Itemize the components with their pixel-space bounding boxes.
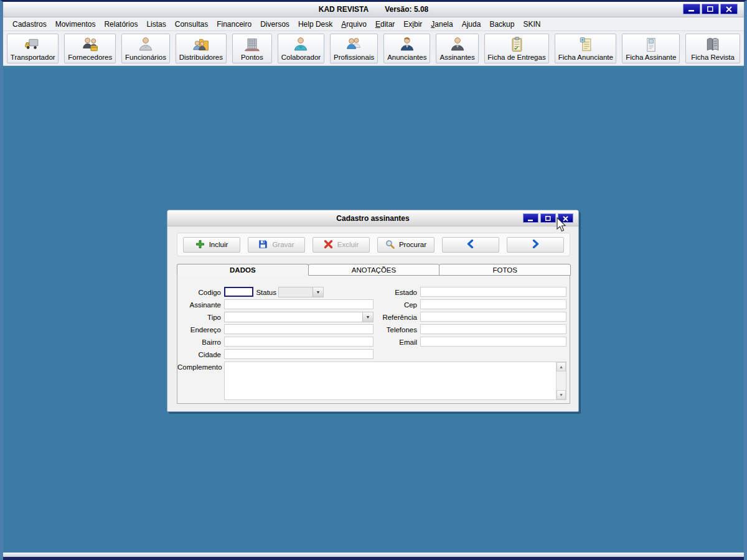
main-toolbar: Transportador Fornecedores [3,31,744,66]
minimize-button[interactable] [683,4,700,14]
estado-input[interactable] [420,287,566,297]
window-frame-bottom [3,553,744,557]
dados-tab-form: Codigo Status ▼ Estado Assinante Cep Tip… [177,275,570,404]
menu-ajuda[interactable]: Ajuda [458,19,486,30]
bairro-input[interactable] [224,337,374,347]
email-label: Email [374,338,417,347]
assinante-input[interactable] [224,299,374,309]
chevron-down-icon[interactable]: ▼ [312,287,323,297]
endereco-label: Endereço [177,326,221,335]
menu-editar[interactable]: Editar [371,19,399,30]
dialog-close-button[interactable] [558,213,573,223]
complemento-textarea[interactable] [225,362,556,399]
employee-person-icon [137,36,154,54]
minimize-icon [528,213,533,224]
next-record-button[interactable] [507,237,564,253]
tab-label: ANOTAÇÕES [352,266,396,274]
status-combobox[interactable]: ▼ [278,287,324,297]
telefones-label: Telefones [374,326,417,335]
toolbar-ficha-assinante-button[interactable]: Ficha Assinante [622,34,680,63]
menu-financeiro[interactable]: Financeiro [212,19,256,30]
gravar-button[interactable]: Gravar [248,237,305,253]
maximize-button[interactable] [702,4,719,14]
previous-record-button[interactable] [442,237,499,253]
toolbar-pontos-button[interactable]: Pontos [232,34,272,63]
bairro-label: Bairro [177,338,221,347]
chevron-down-icon[interactable]: ▼ [362,312,373,322]
cidade-label: Cidade [177,351,221,360]
toolbar-button-label: Fornecedores [68,54,112,62]
tab-fotos[interactable]: FOTOS [439,264,571,276]
status-combobox-value [279,287,312,297]
tab-dados[interactable]: DADOS [177,264,309,276]
distributors-folder-icon [192,36,210,54]
toolbar-profissionais-button[interactable]: Profissionais [330,34,378,63]
menu-relatorios[interactable]: Relatórios [100,19,142,30]
toolbar-transportador-button[interactable]: Transportador [7,34,59,63]
menu-backup[interactable]: Backup [485,19,519,30]
menu-janela[interactable]: Janela [426,19,457,30]
toolbar-button-label: Funcionários [125,54,166,62]
menu-help-desk[interactable]: Help Desk [294,19,337,30]
tipo-label: Tipo [177,314,221,322]
scroll-down-icon[interactable]: ▼ [557,390,566,399]
collaborator-person-icon [292,36,309,54]
toolbar-ficha-anunciante-button[interactable]: Ficha Anunciante [555,34,616,63]
cidade-input[interactable] [224,349,374,359]
menu-skin[interactable]: SKIN [519,19,545,30]
window-frame-edge [3,557,744,560]
toolbar-button-label: Colaborador [281,54,321,62]
complemento-field: ▲ ▼ [224,362,566,400]
toolbar-funcionarios-button[interactable]: Funcionários [121,34,170,63]
toolbar-button-label: Ficha Revista [691,54,735,62]
menu-consultas[interactable]: Consultas [171,19,212,30]
telefones-input[interactable] [420,324,566,334]
dialog-minimize-button[interactable] [523,213,538,223]
procurar-button[interactable]: Procurar [377,237,435,253]
professionals-people-icon [345,36,363,54]
menu-diversos[interactable]: Diversos [256,19,294,30]
menu-movimentos[interactable]: Movimentos [51,19,100,30]
plus-icon [195,240,205,250]
menu-arquivo[interactable]: Arquivo [337,19,371,30]
maximize-icon [545,213,551,224]
toolbar-anunciantes-button[interactable]: Anunciantes [383,34,430,63]
menu-bar: Cadastros Movimentos Relatórios Listas C… [3,17,744,31]
toolbar-colaborador-button[interactable]: Colaborador [278,34,324,63]
toolbar-assinantes-button[interactable]: Assinantes [436,34,478,63]
menu-listas[interactable]: Listas [142,19,170,30]
menu-exibir[interactable]: Exibir [399,19,426,30]
prev-icon [466,240,475,250]
excluir-button[interactable]: Excluir [312,237,370,253]
button-label: Incluir [209,241,228,248]
codigo-input[interactable] [224,287,253,297]
toolbar-fornecedores-button[interactable]: Fornecedores [64,34,116,63]
button-label: Procurar [399,241,426,248]
application-window: KAD REVISTA Versão: 5.08 Cadastros [0,0,747,560]
codigo-label: Codigo [177,289,221,297]
toolbar-button-label: Pontos [241,54,263,62]
clipboard-icon [508,36,525,54]
dialog-maximize-button[interactable] [540,213,556,223]
close-button[interactable] [720,4,738,14]
incluir-button[interactable]: Incluir [183,237,240,253]
toolbar-ficha-revista-button[interactable]: Ficha Revista [685,34,740,63]
tab-anotacoes[interactable]: ANOTAÇÕES [308,264,440,276]
mdi-client-area: Cadastro assinantes [3,66,744,553]
toolbar-button-label: Profissionais [334,54,374,62]
subscriber-person-icon [449,36,466,54]
email-input[interactable] [420,337,566,347]
referencia-input[interactable] [420,312,566,322]
toolbar-ficha-entregas-button[interactable]: Ficha de Entregas [484,34,549,63]
toolbar-distribuidores-button[interactable]: Distribuidores [176,34,227,63]
toolbar-button-label: Anunciantes [387,54,426,62]
complemento-scrollbar[interactable]: ▲ ▼ [556,362,566,399]
endereco-input[interactable] [224,324,374,334]
menu-cadastros[interactable]: Cadastros [8,19,51,30]
cep-input[interactable] [420,299,566,309]
suppliers-people-icon [82,36,99,54]
truck-icon [24,36,42,54]
scroll-up-icon[interactable]: ▲ [557,362,566,371]
dialog-titlebar[interactable]: Cadastro assinantes [167,210,578,226]
tipo-combobox[interactable]: ▼ [224,312,374,322]
